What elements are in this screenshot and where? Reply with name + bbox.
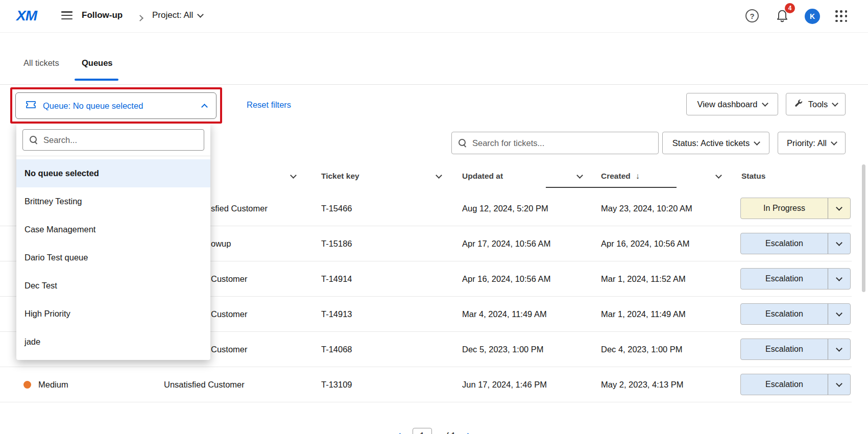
summary-cell: Unsatisfied Customer [164, 367, 245, 402]
xm-logo: XM [16, 8, 37, 24]
queue-option-0[interactable]: No queue selected [16, 159, 210, 187]
avatar[interactable]: K [805, 9, 820, 24]
queue-dropdown-search-input[interactable] [43, 135, 198, 145]
top-bar: XM Follow-up Project: All ? 4 K [0, 0, 868, 33]
created-cell: May 23, 2024, 10:20 AM [601, 191, 692, 226]
priority-filter-label: Priority: All [787, 138, 827, 148]
hidden-column-chevron-icon[interactable] [291, 164, 306, 188]
chevron-down-icon [754, 139, 760, 146]
queue-option-4[interactable]: Dec Test [16, 272, 210, 300]
tools-label: Tools [808, 100, 828, 109]
updated-at-cell: Aug 12, 2024, 5:20 PM [462, 191, 548, 226]
table-row-T-13109[interactable]: MediumUnsatisfied CustomerT-13109Jun 17,… [0, 367, 852, 402]
pagination: 1 of 1 [0, 428, 868, 434]
search-icon [29, 135, 38, 144]
queue-option-3[interactable]: Dario Test queue [16, 244, 210, 272]
column-header-status[interactable]: Status [741, 164, 823, 188]
updated-at-cell: Jun 17, 2024, 1:46 PM [462, 367, 547, 402]
chevron-down-icon [831, 139, 837, 146]
queue-option-2[interactable]: Case Management [16, 215, 210, 244]
chevron-down-icon [762, 100, 768, 107]
page: XM Follow-up Project: All ? 4 K All tick… [0, 0, 868, 434]
column-header-updated-at[interactable]: Updated at [462, 164, 582, 188]
status-dropdown-caret[interactable] [828, 339, 850, 359]
ticket-key-cell: T-14068 [321, 332, 352, 367]
status-dropdown-caret[interactable] [828, 233, 850, 254]
created-cell: Mar 1, 2024, 11:49 AM [601, 297, 686, 332]
status-dropdown-caret[interactable] [828, 198, 850, 219]
ticket-key-cell: T-14913 [321, 297, 352, 332]
status-badge[interactable]: Escalation [740, 339, 851, 360]
chevron-down-icon [836, 345, 842, 352]
ticket-key-cell: T-15466 [321, 191, 352, 226]
summary-cell: sfied Customer [211, 191, 268, 226]
chevron-down-icon [836, 380, 842, 387]
reset-filters-link[interactable]: Reset filters [247, 100, 291, 110]
scrollbar[interactable] [862, 164, 865, 292]
chevron-up-icon [201, 104, 208, 110]
queue-dropdown-search-box [22, 129, 204, 151]
chevron-down-icon[interactable] [715, 172, 722, 179]
queue-option-6[interactable]: jade [16, 328, 210, 356]
queue-dropdown-panel: No queue selectedBrittney TestingCase Ma… [16, 123, 210, 360]
view-dashboard-button[interactable]: View dashboard [686, 93, 778, 115]
summary-cell: owup [211, 226, 231, 261]
status-dropdown-caret[interactable] [828, 304, 850, 324]
status-header-label: Status [741, 172, 765, 181]
chevron-down-icon [836, 239, 842, 246]
queue-filter-button[interactable]: Queue: No queue selected [15, 92, 216, 119]
ticket-key-cell: T-14914 [321, 261, 352, 297]
chevron-down-icon [836, 275, 842, 281]
status-dropdown-caret[interactable] [828, 374, 850, 395]
search-icon [458, 138, 467, 148]
status-filter-button[interactable]: Status: Active tickets [662, 132, 769, 154]
chevron-down-icon[interactable] [576, 172, 583, 179]
chevron-down-icon [197, 11, 204, 18]
updated-at-cell: Apr 16, 2024, 10:56 AM [462, 261, 550, 297]
status-filter-label: Status: Active tickets [672, 138, 750, 148]
wrench-icon [794, 99, 803, 110]
tools-button[interactable]: Tools [786, 93, 846, 115]
summary-cell: Customer [211, 332, 248, 367]
tab-all-tickets[interactable]: All tickets [23, 58, 59, 68]
updated-at-cell: Dec 5, 2023, 1:00 PM [462, 332, 544, 367]
status-badge[interactable]: In Progress [740, 198, 851, 219]
status-label: Escalation [741, 374, 828, 395]
chevron-down-icon[interactable] [436, 172, 442, 179]
status-badge[interactable]: Escalation [740, 233, 851, 254]
chevron-down-icon [832, 100, 838, 107]
created-cell: Apr 16, 2024, 10:56 AM [601, 226, 689, 261]
chevron-right-icon [138, 13, 142, 22]
status-label: Escalation [741, 233, 828, 254]
queue-filter-label: Queue: No queue selected [43, 101, 143, 111]
status-label: Escalation [741, 339, 828, 359]
sorted-column-underline [546, 187, 677, 188]
column-header-created[interactable]: Created↓ [601, 164, 721, 188]
status-badge[interactable]: Escalation [740, 374, 851, 395]
view-dashboard-label: View dashboard [697, 100, 757, 109]
ticket-key-cell: T-15186 [321, 226, 352, 261]
priority-filter-button[interactable]: Priority: All [778, 132, 846, 154]
help-icon[interactable]: ? [745, 9, 759, 22]
ticket-key-header-label: Ticket key [321, 172, 359, 181]
apps-grid-icon[interactable] [835, 10, 848, 22]
status-badge[interactable]: Escalation [740, 268, 851, 290]
created-header-label: Created↓ [601, 172, 640, 181]
ticket-search-input[interactable] [472, 138, 652, 148]
column-header-ticket-key[interactable]: Ticket key [321, 164, 441, 188]
current-page-box[interactable]: 1 [413, 428, 432, 434]
notification-count-badge: 4 [785, 3, 795, 13]
breadcrumb-project[interactable]: Follow-up [82, 10, 123, 20]
status-dropdown-caret[interactable] [828, 269, 850, 289]
summary-cell: Customer [211, 297, 248, 332]
active-tab-underline [75, 79, 118, 81]
queue-option-5[interactable]: High Priority [16, 300, 210, 328]
hamburger-menu-icon[interactable] [61, 11, 74, 21]
priority-cell: Medium [23, 367, 68, 402]
tab-queues[interactable]: Queues [82, 58, 113, 68]
created-cell: Dec 4, 2023, 1:00 PM [601, 332, 683, 367]
status-badge[interactable]: Escalation [740, 303, 851, 325]
queue-option-1[interactable]: Brittney Testing [16, 187, 210, 215]
breadcrumb-scope-dropdown[interactable]: Project: All [152, 10, 203, 20]
ticket-key-cell: T-13109 [321, 367, 352, 402]
